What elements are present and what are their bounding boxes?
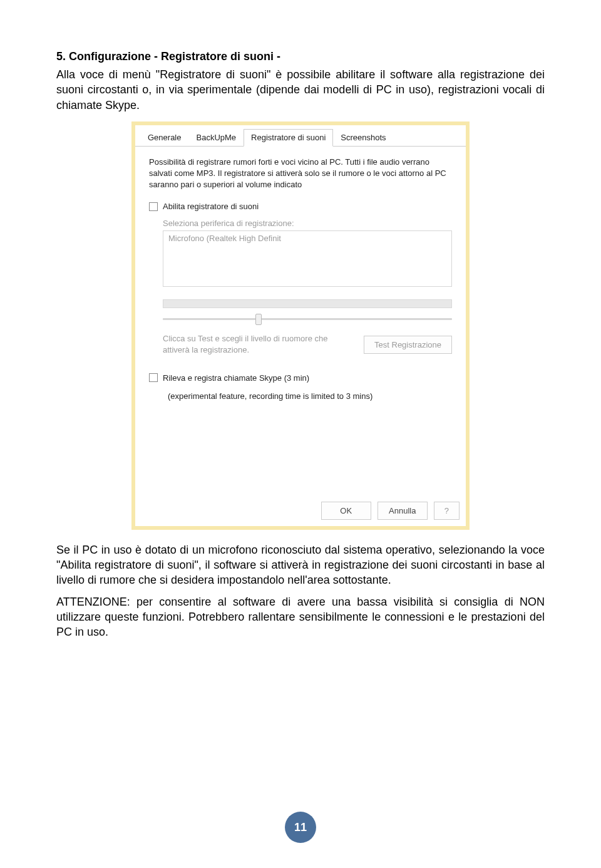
paragraph-attention: ATTENZIONE: per consentire al software d… xyxy=(56,594,545,640)
settings-dialog: Generale BackUpMe Registratore di suoni … xyxy=(131,121,470,530)
slider-thumb[interactable] xyxy=(255,314,262,325)
tabstrip: Generale BackUpMe Registratore di suoni … xyxy=(135,125,466,147)
ok-button[interactable]: OK xyxy=(321,502,371,520)
enable-recorder-label: Abilita registratore di suoni xyxy=(163,202,259,211)
help-button[interactable]: ? xyxy=(434,502,460,520)
device-select-label: Seleziona periferica di registrazione: xyxy=(163,219,452,228)
volume-meter xyxy=(163,299,452,308)
skype-checkbox-label: Rileva e registra chiamate Skype (3 min) xyxy=(163,373,309,383)
test-recording-button[interactable]: Test Registrazione xyxy=(364,336,452,354)
intro-paragraph: Alla voce di menù "Registratore di suoni… xyxy=(56,67,545,113)
enable-recorder-checkbox[interactable] xyxy=(149,202,158,211)
paragraph-2: Se il PC in uso è dotato di un microfono… xyxy=(56,542,545,588)
dialog-buttons: OK Annulla ? xyxy=(135,495,466,526)
tab-generale[interactable]: Generale xyxy=(140,129,188,147)
tab-screenshots[interactable]: Screenshots xyxy=(333,129,393,147)
tab-description: Possibilità di registrare rumori forti e… xyxy=(149,157,452,191)
threshold-slider[interactable] xyxy=(163,312,452,327)
slider-track xyxy=(163,318,452,320)
skype-note: (experimental feature, recording time is… xyxy=(168,391,452,401)
skype-checkbox[interactable] xyxy=(149,373,158,382)
tab-backupme[interactable]: BackUpMe xyxy=(188,129,244,147)
tab-registratore[interactable]: Registratore di suoni xyxy=(244,129,333,147)
device-listbox[interactable]: Microfono (Realtek High Definit xyxy=(163,230,452,287)
test-hint: Clicca su Test e scegli il livello di ru… xyxy=(163,333,356,355)
device-option: Microfono (Realtek High Definit xyxy=(168,234,281,243)
page-number-badge: 11 xyxy=(285,812,316,843)
section-heading: 5. Configurazione - Registratore di suon… xyxy=(56,50,545,63)
cancel-button[interactable]: Annulla xyxy=(378,502,428,520)
